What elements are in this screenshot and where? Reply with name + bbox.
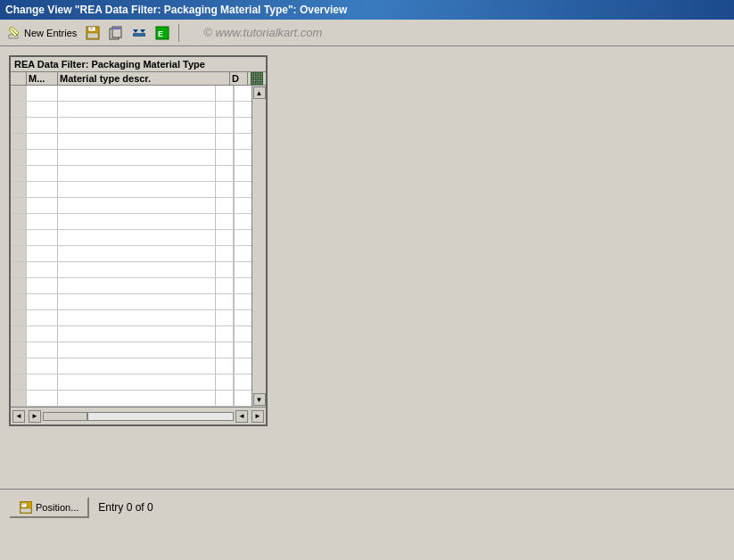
row-m (27, 198, 58, 213)
row-m (27, 278, 58, 293)
table-row[interactable] (11, 246, 252, 262)
row-checkbox[interactable] (11, 391, 27, 406)
table-row[interactable] (11, 294, 252, 310)
row-desc (58, 391, 216, 406)
hscroll-end-right-button[interactable]: ► (252, 410, 264, 423)
row-desc (58, 166, 216, 181)
table-row[interactable] (11, 391, 252, 407)
table-row[interactable] (11, 358, 252, 375)
table-row[interactable] (11, 134, 252, 150)
arrows-button[interactable] (129, 24, 149, 42)
row-checkbox[interactable] (11, 86, 27, 101)
export-button[interactable]: E (153, 24, 172, 42)
col-desc-header: Material type descr. (58, 72, 230, 85)
row-m (27, 391, 58, 406)
table-row[interactable] (11, 150, 252, 166)
data-table: REA Data Filter: Packaging Material Type… (9, 55, 268, 426)
row-desc (58, 342, 216, 358)
row-checkbox[interactable] (11, 182, 27, 197)
toolbar: New Entries E © w (0, 20, 734, 46)
table-row[interactable] (11, 342, 252, 358)
table-row[interactable] (11, 198, 252, 214)
row-d (216, 246, 234, 261)
row-checkbox[interactable] (11, 262, 27, 277)
row-d (216, 391, 234, 406)
save-button[interactable] (83, 24, 103, 42)
table-title: REA Data Filter: Packaging Material Type (11, 57, 266, 72)
arrows-icon (132, 26, 146, 40)
row-desc (58, 150, 216, 165)
new-entries-button[interactable]: New Entries (5, 24, 79, 42)
row-checkbox[interactable] (11, 326, 27, 342)
table-row[interactable] (11, 262, 252, 278)
row-checkbox[interactable] (11, 230, 27, 245)
row-m (27, 86, 58, 101)
vertical-scrollbar[interactable]: ▲ ▼ (252, 86, 266, 407)
table-row[interactable] (11, 118, 252, 134)
row-m (27, 375, 58, 390)
svg-marker-10 (133, 29, 138, 33)
row-m (27, 134, 58, 149)
position-button-label: Position... (36, 502, 78, 513)
row-checkbox[interactable] (11, 166, 27, 181)
row-checkbox[interactable] (11, 134, 27, 149)
table-row[interactable] (11, 182, 252, 198)
row-checkbox[interactable] (11, 246, 27, 261)
entry-count: Entry 0 of 0 (98, 501, 153, 514)
row-checkbox[interactable] (11, 214, 27, 229)
row-checkbox[interactable] (11, 375, 27, 390)
export-icon: E (155, 26, 169, 40)
svg-rect-19 (251, 77, 254, 80)
row-d (216, 294, 234, 309)
row-d (216, 262, 234, 277)
hscroll-right-button[interactable]: ► (29, 410, 41, 423)
col-grid-icon-header[interactable] (248, 72, 266, 85)
col-m-header: M... (27, 72, 58, 85)
row-checkbox[interactable] (11, 150, 27, 165)
hscroll-end-left-button[interactable]: ◄ (235, 410, 248, 423)
grid-settings-icon (251, 72, 263, 85)
row-checkbox[interactable] (11, 278, 27, 293)
table-row[interactable] (11, 278, 252, 294)
svg-rect-27 (22, 503, 25, 505)
position-icon (20, 501, 32, 514)
toolbar-separator (178, 24, 179, 42)
row-desc (58, 134, 216, 149)
row-checkbox[interactable] (11, 102, 27, 117)
row-d (216, 134, 234, 149)
table-row[interactable] (11, 166, 252, 182)
row-m (27, 262, 58, 277)
row-checkbox[interactable] (11, 310, 27, 325)
table-row[interactable] (11, 310, 252, 326)
row-d (216, 230, 234, 245)
main-content: REA Data Filter: Packaging Material Type… (0, 46, 734, 524)
svg-rect-22 (251, 81, 254, 85)
table-row[interactable] (11, 230, 252, 246)
table-row[interactable] (11, 326, 252, 342)
row-checkbox[interactable] (11, 294, 27, 309)
copy-button[interactable] (106, 24, 126, 42)
row-d (216, 198, 234, 213)
row-d (216, 375, 234, 390)
scroll-down-button[interactable]: ▼ (253, 393, 266, 406)
scroll-up-button[interactable]: ▲ (253, 86, 266, 99)
row-checkbox[interactable] (11, 358, 27, 374)
hscroll-left-button[interactable]: ◄ (12, 410, 25, 423)
row-checkbox[interactable] (11, 198, 27, 213)
row-d (216, 278, 234, 293)
row-checkbox[interactable] (11, 118, 27, 133)
table-row[interactable] (11, 214, 252, 230)
hscroll-track (87, 412, 234, 421)
table-row[interactable] (11, 102, 252, 118)
row-m (27, 342, 58, 358)
hscroll-thumb[interactable] (43, 412, 87, 421)
table-body-area: ▲ ▼ (11, 86, 266, 407)
row-checkbox[interactable] (11, 342, 27, 358)
row-d (216, 150, 234, 165)
row-desc (58, 294, 216, 309)
row-desc (58, 182, 216, 197)
table-row[interactable] (11, 375, 252, 391)
position-button[interactable]: Position... (9, 497, 89, 518)
row-m (27, 166, 58, 181)
table-row[interactable] (11, 86, 252, 102)
